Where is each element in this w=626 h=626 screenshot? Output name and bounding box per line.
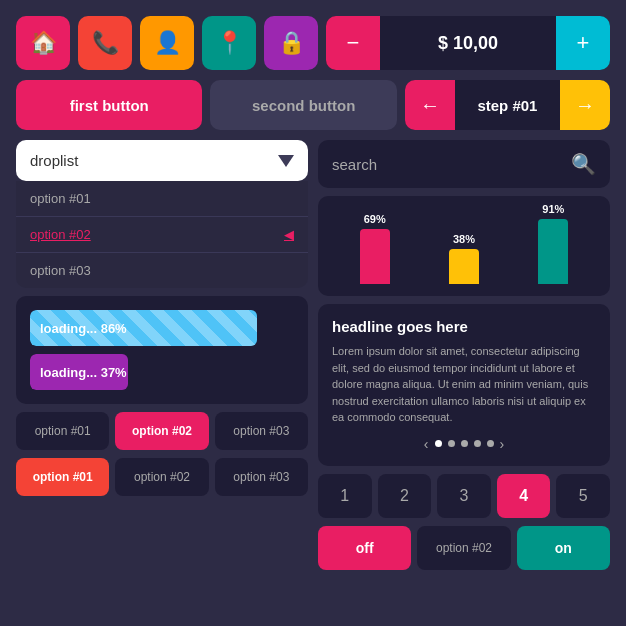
- right-column: search 🔍 69% 38% 91% h: [318, 140, 610, 570]
- plus-button[interactable]: +: [556, 16, 610, 70]
- dropdown-option-3[interactable]: option #03: [16, 253, 308, 288]
- toggle-row: off option #02 on: [318, 526, 610, 570]
- phone-button[interactable]: 📞: [78, 16, 132, 70]
- price-counter: − $ 10,00 +: [326, 16, 610, 70]
- dropdown-wrapper: droplist option #01 option #02 ◀ option …: [16, 140, 308, 288]
- minus-icon: −: [347, 30, 360, 56]
- number-row: 1 2 3 4 5: [318, 474, 610, 518]
- ui-kit: 🏠 📞 👤 📍 🔒 − $ 10,00 + first button secon…: [16, 16, 610, 570]
- dot-5[interactable]: [487, 440, 494, 447]
- bar-pink: [360, 229, 390, 284]
- icon-row: 🏠 📞 👤 📍 🔒 − $ 10,00 +: [16, 16, 610, 70]
- loading-bar-2: loading... 37%: [30, 354, 294, 390]
- article-headline: headline goes here: [332, 318, 596, 335]
- second-button[interactable]: second button: [210, 80, 396, 130]
- user-icon: 👤: [154, 30, 181, 56]
- dropdown-trigger[interactable]: droplist: [16, 140, 308, 181]
- num-btn-4[interactable]: 4: [497, 474, 551, 518]
- left-column: droplist option #01 option #02 ◀ option …: [16, 140, 308, 570]
- dropdown-selected-arrow-icon: ◀: [284, 227, 294, 242]
- dropdown-option-2[interactable]: option #02 ◀: [16, 217, 308, 253]
- phone-icon: 📞: [92, 30, 119, 56]
- article-body: Lorem ipsum dolor sit amet, consectetur …: [332, 343, 596, 426]
- bar-label-3: 91%: [542, 203, 564, 215]
- dropdown-list: option #01 option #02 ◀ option #03: [16, 181, 308, 288]
- dot-4[interactable]: [474, 440, 481, 447]
- toggle-on-button[interactable]: on: [517, 526, 610, 570]
- chart-bar-3: 91%: [538, 203, 568, 284]
- step-prev-button[interactable]: ←: [405, 80, 455, 130]
- dot-2[interactable]: [448, 440, 455, 447]
- option-row2-3-btn[interactable]: option #03: [215, 458, 308, 496]
- dot-3[interactable]: [461, 440, 468, 447]
- chart: 69% 38% 91%: [318, 196, 610, 296]
- nav-prev-arrow[interactable]: ‹: [424, 436, 429, 452]
- option-3-btn[interactable]: option #03: [215, 412, 308, 450]
- article-card: headline goes here Lorem ipsum dolor sit…: [318, 304, 610, 466]
- lock-button[interactable]: 🔒: [264, 16, 318, 70]
- dropdown-option-1[interactable]: option #01: [16, 181, 308, 217]
- loading-bar-1: loading... 86%: [30, 310, 294, 346]
- location-icon: 📍: [216, 30, 243, 56]
- toggle-off-button[interactable]: off: [318, 526, 411, 570]
- home-icon: 🏠: [30, 30, 57, 56]
- dot-1[interactable]: [435, 440, 442, 447]
- num-btn-5[interactable]: 5: [556, 474, 610, 518]
- loading-section: loading... 86% loading... 37%: [16, 296, 308, 404]
- chart-bar-2: 38%: [449, 233, 479, 284]
- step-label: step #01: [455, 97, 560, 114]
- button-row: first button second button ← step #01 →: [16, 80, 610, 130]
- bar-label-1: 69%: [364, 213, 386, 225]
- num-btn-2[interactable]: 2: [378, 474, 432, 518]
- first-button[interactable]: first button: [16, 80, 202, 130]
- home-button[interactable]: 🏠: [16, 16, 70, 70]
- bar-teal: [538, 219, 568, 284]
- option-row2-2-btn[interactable]: option #02: [115, 458, 208, 496]
- loading-text-1: loading... 86%: [40, 321, 127, 336]
- options-row-2: option #01 option #02 option #03: [16, 458, 308, 496]
- price-value: $ 10,00: [380, 33, 556, 54]
- step-next-button[interactable]: →: [560, 80, 610, 130]
- option-row2-1-btn[interactable]: option #01: [16, 458, 109, 496]
- location-button[interactable]: 📍: [202, 16, 256, 70]
- search-icon: 🔍: [571, 152, 596, 176]
- dropdown-arrow-icon: [278, 155, 294, 167]
- user-button[interactable]: 👤: [140, 16, 194, 70]
- two-col-section: droplist option #01 option #02 ◀ option …: [16, 140, 610, 570]
- bar-label-2: 38%: [453, 233, 475, 245]
- dropdown-placeholder: droplist: [30, 152, 78, 169]
- step-container: ← step #01 →: [405, 80, 610, 130]
- minus-button[interactable]: −: [326, 16, 380, 70]
- search-box[interactable]: search 🔍: [318, 140, 610, 188]
- toggle-mid-button[interactable]: option #02: [417, 526, 510, 570]
- chart-bar-1: 69%: [360, 213, 390, 284]
- nav-next-arrow[interactable]: ›: [500, 436, 505, 452]
- lock-icon: 🔒: [278, 30, 305, 56]
- bar-yellow: [449, 249, 479, 284]
- options-row-1: option #01 option #02 option #03: [16, 412, 308, 450]
- num-btn-3[interactable]: 3: [437, 474, 491, 518]
- loading-text-2: loading... 37%: [40, 365, 127, 380]
- search-placeholder: search: [332, 156, 377, 173]
- plus-icon: +: [577, 30, 590, 56]
- option-1-btn[interactable]: option #01: [16, 412, 109, 450]
- dot-navigation: ‹ ›: [332, 436, 596, 452]
- option-2-btn[interactable]: option #02: [115, 412, 208, 450]
- num-btn-1[interactable]: 1: [318, 474, 372, 518]
